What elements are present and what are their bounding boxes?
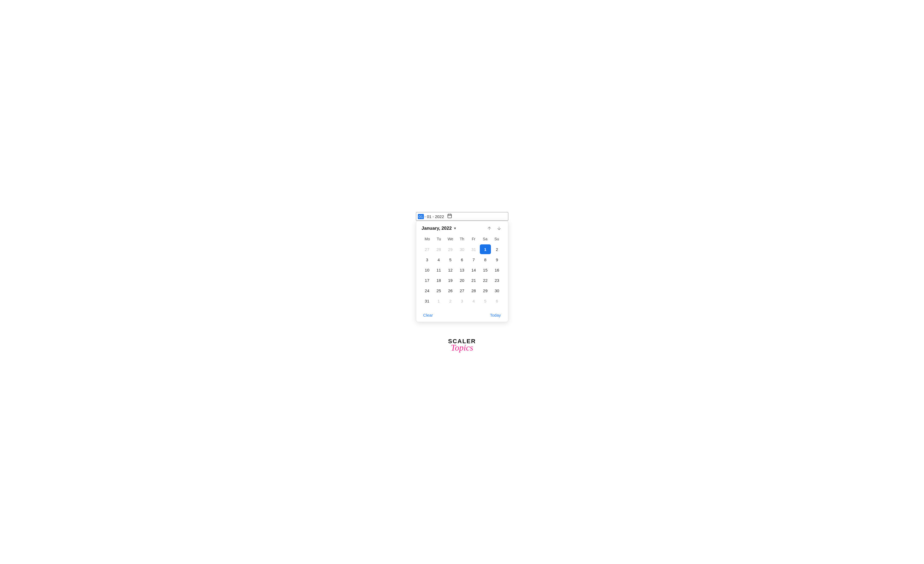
calendar-day: 30 <box>456 244 468 254</box>
calendar-day[interactable]: 18 <box>433 275 444 285</box>
calendar-day[interactable]: 3 <box>422 255 433 265</box>
calendar-day[interactable]: 22 <box>480 275 491 285</box>
calendar-day[interactable]: 1 <box>480 244 491 254</box>
separator-2: - <box>432 214 434 219</box>
calendar-day[interactable]: 29 <box>480 286 491 295</box>
calendar-day: 5 <box>480 296 491 306</box>
calendar-day[interactable]: 10 <box>422 265 433 275</box>
calendar-day[interactable]: 23 <box>492 275 502 285</box>
month-segment[interactable]: 01 <box>418 214 424 219</box>
calendar-day: 28 <box>433 244 444 254</box>
calendar-day: 27 <box>422 244 433 254</box>
prev-month-button[interactable] <box>486 225 493 231</box>
calendar-day: 31 <box>468 244 479 254</box>
calendar-day[interactable]: 4 <box>433 255 444 265</box>
calendar-day[interactable]: 6 <box>456 255 468 265</box>
clear-button[interactable]: Clear <box>422 312 435 319</box>
page-wrapper: 01 - 01 - 2022 January, 2022 ▼ <box>416 212 508 352</box>
month-year-text: January, 2022 <box>422 226 452 231</box>
today-button[interactable]: Today <box>488 312 502 319</box>
calendar-day[interactable]: 9 <box>492 255 502 265</box>
calendar-day: 3 <box>456 296 468 306</box>
calendar-icon[interactable] <box>447 214 452 219</box>
calendar-day[interactable]: 14 <box>468 265 479 275</box>
calendar-day[interactable]: 21 <box>468 275 479 285</box>
calendar-day[interactable]: 2 <box>492 244 502 254</box>
day-header: Th <box>456 236 468 242</box>
calendar-day: 4 <box>468 296 479 306</box>
calendar-day: 29 <box>445 244 456 254</box>
day-headers: MoTuWeThFrSaSu <box>422 236 502 242</box>
month-year-label[interactable]: January, 2022 ▼ <box>422 226 457 231</box>
calendar-day: 2 <box>445 296 456 306</box>
calendar-day[interactable]: 17 <box>422 275 433 285</box>
next-month-button[interactable] <box>495 225 502 231</box>
calendar-day[interactable]: 16 <box>492 265 502 275</box>
calendar-grid: 2728293031123456789101112131415161718192… <box>422 244 502 306</box>
logo-wrapper: SCALER Topics <box>448 338 476 352</box>
calendar-day[interactable]: 24 <box>422 286 433 295</box>
nav-buttons <box>486 225 502 231</box>
calendar-day[interactable]: 20 <box>456 275 468 285</box>
calendar-day[interactable]: 7 <box>468 255 479 265</box>
date-input[interactable]: 01 - 01 - 2022 <box>416 212 508 221</box>
calendar-day[interactable]: 31 <box>422 296 433 306</box>
day-header: Tu <box>433 236 445 242</box>
calendar-day[interactable]: 25 <box>433 286 444 295</box>
day-header: We <box>445 236 456 242</box>
calendar-day[interactable]: 8 <box>480 255 491 265</box>
day-header: Fr <box>468 236 480 242</box>
calendar-day: 6 <box>492 296 502 306</box>
calendar-day[interactable]: 26 <box>445 286 456 295</box>
calendar-day[interactable]: 11 <box>433 265 444 275</box>
calendar-day[interactable]: 28 <box>468 286 479 295</box>
calendar-day: 1 <box>433 296 444 306</box>
logo-topics-text: Topics <box>451 343 473 352</box>
calendar-day[interactable]: 12 <box>445 265 456 275</box>
calendar-day[interactable]: 30 <box>492 286 502 295</box>
chevron-down-icon: ▼ <box>453 226 457 230</box>
calendar-day[interactable]: 19 <box>445 275 456 285</box>
calendar-popup: January, 2022 ▼ <box>416 221 508 322</box>
calendar-footer: Clear Today <box>422 310 502 319</box>
year-segment[interactable]: 2022 <box>434 214 444 219</box>
calendar-day[interactable]: 5 <box>445 255 456 265</box>
separator-1: - <box>424 214 426 219</box>
day-segment[interactable]: 01 <box>426 214 432 219</box>
day-header: Sa <box>479 236 491 242</box>
day-header: Mo <box>422 236 434 242</box>
calendar-day[interactable]: 13 <box>456 265 468 275</box>
svg-rect-0 <box>448 214 452 218</box>
calendar-header: January, 2022 ▼ <box>422 225 502 231</box>
date-input-container: 01 - 01 - 2022 January, 2022 ▼ <box>416 212 508 322</box>
calendar-day[interactable]: 27 <box>456 286 468 295</box>
day-header: Su <box>491 236 502 242</box>
calendar-day[interactable]: 15 <box>480 265 491 275</box>
